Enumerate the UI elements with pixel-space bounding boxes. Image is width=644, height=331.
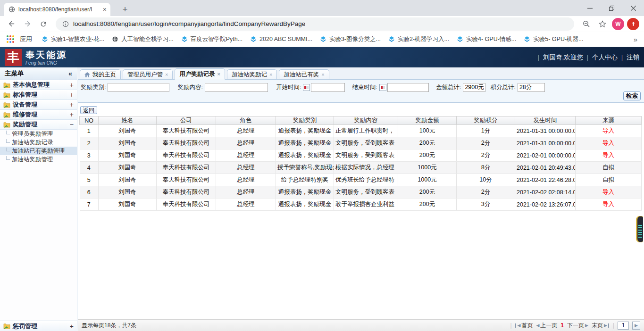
sidebar-subitem[interactable]: 管理员奖励管理	[0, 130, 77, 138]
restore-button[interactable]	[601, 0, 622, 16]
new-tab-button[interactable]: +	[119, 3, 131, 16]
tab-close-icon[interactable]: ×	[321, 72, 324, 77]
sidebar-group-3[interactable]: 维修管理+	[0, 110, 77, 120]
tab-close-icon[interactable]: ×	[165, 72, 168, 77]
bookmark-item[interactable]: 人工智能全栈学习...	[112, 35, 173, 43]
paddle-icon	[42, 36, 48, 42]
table-cell: 奉天科技有限公司	[157, 125, 216, 137]
table-cell: 文明服务，受到顾客表	[334, 149, 398, 162]
browser-update-icon[interactable]	[627, 18, 639, 30]
bookmark-star-icon[interactable]	[596, 17, 609, 31]
collapse-sidebar-icon[interactable]: «	[68, 70, 72, 77]
current-page-number: 1	[560, 322, 564, 329]
calendar-icon[interactable]	[303, 84, 310, 91]
profile-avatar[interactable]: W	[612, 18, 624, 30]
tab-label: 加油站已有奖	[284, 71, 319, 79]
last-page-button[interactable]: 末页 ▶	[592, 322, 610, 330]
browser-tab[interactable]: localhost:8080/fengtian/user/l ×	[4, 3, 110, 16]
extension-edge-widget[interactable]	[636, 216, 643, 242]
bookmark-item[interactable]: 百度云智学院Pyth...	[181, 35, 243, 43]
pager-separator: |	[510, 322, 511, 329]
calendar-icon[interactable]	[379, 84, 386, 91]
end-time-input[interactable]	[387, 83, 429, 92]
column-header: 奖励内容	[334, 116, 398, 125]
table-cell: 总经理	[216, 137, 276, 149]
tab-4[interactable]: 加油站已有奖×	[279, 69, 329, 80]
table-cell: 导入	[576, 137, 642, 149]
sidebar-subitem-label: 加油站奖励管理	[12, 156, 53, 164]
info-icon[interactable]	[62, 21, 69, 27]
prev-page-label: 上一页	[540, 322, 557, 330]
expand-toggle-icon[interactable]: +	[70, 101, 74, 108]
table-row[interactable]: 5刘国奇奉天科技有限公司总经理给予总经理特别奖优秀班长给予总经理特1000元10…	[80, 174, 642, 186]
back-button[interactable]: 返回	[80, 106, 97, 114]
tab-0[interactable]: 我的主页	[80, 69, 121, 80]
sidebar-subitem[interactable]: 加油站奖励管理	[0, 155, 77, 164]
table-row[interactable]: 7刘国奇奉天科技有限公司总经理通报表扬，奖励现金敢于举报损害企业利益200元3分…	[80, 199, 642, 211]
table-cell: 1分	[457, 125, 515, 137]
sidebar-subitem[interactable]: 加油站已有奖励管理	[0, 147, 77, 155]
table-cell: 4	[80, 162, 99, 174]
logout-link[interactable]: 注销	[627, 53, 639, 62]
category-input[interactable]	[108, 83, 169, 92]
search-button[interactable]: 检索	[623, 91, 641, 100]
table-row[interactable]: 4刘国奇奉天科技有限公司总经理授予荣誉称号,奖励现金根据实际情况，总经理1000…	[80, 162, 642, 174]
prev-page-button[interactable]: ◀ 上一页	[536, 322, 557, 330]
browser-tab-bar: localhost:8080/fengtian/user/l × +	[0, 0, 644, 16]
tab-close-icon[interactable]: ×	[103, 6, 107, 13]
expand-toggle-icon[interactable]: −	[70, 121, 74, 128]
table-row[interactable]: 1刘国奇奉天科技有限公司总经理通报表扬，奖励现金正常履行工作职责时，100元1分…	[80, 125, 642, 137]
first-page-button[interactable]: ◀ 首页	[515, 322, 533, 330]
bookmarks-overflow-icon[interactable]: »	[634, 35, 637, 43]
start-time-input[interactable]	[311, 83, 345, 92]
tab-close-icon[interactable]: ×	[217, 71, 220, 77]
table-row[interactable]: 6刘国奇奉天科技有限公司总经理通报表扬，奖励现金文明服务，受到顾客表200元2分…	[80, 186, 642, 199]
refresh-icon[interactable]	[37, 17, 50, 31]
table-row[interactable]: 3刘国奇奉天科技有限公司总经理通报表扬，奖励现金文明服务，受到顾客表200元2分…	[80, 149, 642, 162]
expand-toggle-icon[interactable]: +	[70, 111, 74, 118]
apps-label[interactable]: 应用	[20, 35, 32, 43]
close-window-button[interactable]	[622, 0, 644, 16]
go-to-page-button[interactable]: ▶	[632, 322, 640, 330]
tab-1[interactable]: 管理员用户管×	[123, 69, 173, 80]
tab-close-icon[interactable]: ×	[269, 72, 272, 77]
bookmark-label: 2020 ABC SUMMI...	[259, 36, 312, 42]
sidebar-group-0[interactable]: 基本信息管理+	[0, 80, 77, 90]
expand-toggle-icon[interactable]: +	[70, 91, 74, 99]
bookmark-item[interactable]: 实验5- GPU-机器...	[524, 35, 583, 43]
table-row[interactable]: 2刘国奇奉天科技有限公司总经理通报表扬，奖励现金文明服务，受到顾客表200元2分…	[80, 137, 642, 149]
profile-center-link[interactable]: 个人中心	[592, 53, 618, 62]
table-cell: 刘国奇	[99, 137, 157, 149]
sidebar-group-1[interactable]: 标准管理+	[0, 90, 77, 100]
sidebar-subitem[interactable]: 加油站奖励记录	[0, 138, 77, 147]
tab-3[interactable]: 加油站奖励记×	[227, 69, 277, 80]
minimize-button[interactable]	[579, 0, 601, 16]
expand-toggle[interactable]: +	[70, 323, 74, 330]
table-cell: 2分	[457, 149, 515, 162]
folder-icon	[3, 82, 10, 88]
sidebar-group-punishment[interactable]: 惩罚管理 +	[0, 321, 77, 331]
bookmark-item[interactable]: 2020 ABC SUMMI...	[250, 36, 312, 42]
sidebar-group-4[interactable]: 奖励管理−	[0, 120, 77, 130]
expand-toggle-icon[interactable]: +	[70, 81, 74, 89]
bookmark-item[interactable]: 实验1-智慧农业-花...	[42, 35, 104, 43]
right-arrow-icon: ▶	[635, 323, 638, 328]
globe-favicon-icon	[8, 6, 15, 13]
apps-grid-icon[interactable]	[7, 35, 14, 43]
zoom-indicator-icon[interactable]	[580, 17, 593, 31]
bookmark-label: 实验4- GPU-情感...	[466, 35, 516, 43]
next-page-button[interactable]: 下一页 ▶	[567, 322, 588, 330]
forward-icon[interactable]	[21, 17, 34, 31]
tab-label: 用户奖励记录	[179, 70, 215, 78]
tab-2[interactable]: 用户奖励记录×	[175, 68, 225, 80]
bookmark-item[interactable]: 实验3-图像分类之...	[320, 35, 381, 43]
sidebar-group-2[interactable]: 设备管理+	[0, 100, 77, 110]
bookmark-item[interactable]: 实验4- GPU-情感...	[457, 35, 516, 43]
page-number-input[interactable]	[618, 322, 629, 330]
bookmarks-bar: 应用 实验1-智慧农业-花...人工智能全栈学习...百度云智学院Pyth...…	[0, 32, 644, 47]
url-bar[interactable]: localhost:8080/fengtian/user/login#compa…	[56, 17, 574, 31]
back-icon[interactable]	[5, 17, 18, 31]
bookmark-item[interactable]: 实验2-机器学习入...	[388, 35, 449, 43]
content-input[interactable]	[205, 83, 268, 92]
sidebar-title-label: 主菜单	[5, 69, 24, 78]
